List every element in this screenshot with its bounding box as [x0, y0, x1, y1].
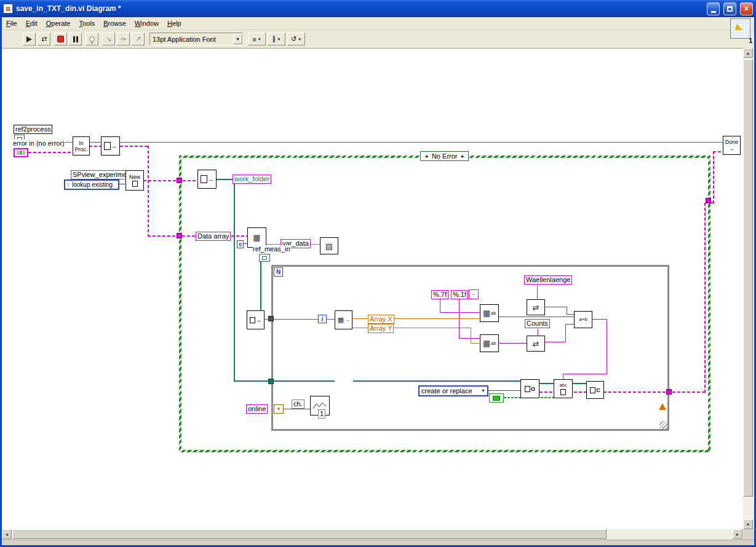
error-in-label[interactable]: error in (no error) — [13, 140, 65, 148]
horizontal-scroll-thumb[interactable] — [12, 529, 607, 539]
open-folder-node[interactable]: → — [197, 170, 217, 189]
distribute-objects-button[interactable]: ∥▼ — [268, 33, 285, 45]
step-out-button[interactable]: ↗ — [132, 33, 145, 45]
ref-meas-in-label[interactable]: ref_meas_in — [253, 245, 290, 253]
array-y-label[interactable]: Array Y — [368, 324, 394, 333]
ref2process-label[interactable]: ref2process — [14, 125, 52, 134]
window-title: save_in_TXT_din.vi Diagram * — [16, 4, 703, 13]
wire-data-vertical[interactable] — [148, 146, 149, 236]
highlight-execution-button[interactable] — [86, 33, 98, 45]
menu-tools[interactable]: Tools — [74, 18, 99, 28]
array-to-string-node-2[interactable]: ▦ab — [480, 334, 499, 352]
done-terminal[interactable]: Done → — [723, 136, 741, 155]
format-string-b[interactable]: %.1f — [451, 290, 468, 299]
horizontal-scrollbar[interactable]: ◄ ► — [2, 529, 743, 540]
font-selector[interactable]: 13pt Application Font ▼ — [149, 33, 243, 45]
maximize-icon — [727, 6, 733, 12]
abort-button[interactable] — [54, 33, 67, 45]
close-button[interactable]: × — [740, 2, 753, 15]
array-to-string-node-1[interactable]: ▦ab — [480, 304, 499, 322]
menu-window[interactable]: Window — [130, 18, 163, 28]
tunnel-loop-path[interactable] — [268, 379, 274, 384]
chart-icon — [312, 401, 327, 410]
pause-button[interactable] — [69, 33, 82, 45]
wire-error-in[interactable] — [28, 152, 73, 153]
number-to-string-node-2[interactable]: ⇄ — [527, 336, 545, 352]
done-label: Done — [725, 139, 739, 145]
wire-lookup-enum[interactable] — [119, 184, 125, 184]
create-dropdown-icon[interactable]: ▼ — [481, 387, 485, 395]
number-to-string-node-1[interactable]: ⇄ — [527, 299, 545, 315]
wire-error-up-outside[interactable] — [713, 151, 714, 203]
tunnel-error-out[interactable] — [706, 198, 711, 203]
case-next-arrow-icon[interactable]: ► — [460, 154, 465, 159]
waellenlaenge-label[interactable]: Waellenlaenge — [524, 275, 572, 285]
menu-file[interactable]: File — [2, 18, 22, 28]
wire-error-inproc-file[interactable] — [89, 146, 101, 147]
scroll-down-button[interactable]: ▼ — [743, 519, 753, 529]
online-ring[interactable]: ▼ — [274, 404, 284, 414]
wire-error-file-out[interactable] — [120, 146, 148, 147]
menu-help[interactable]: Help — [163, 18, 186, 28]
run-button[interactable] — [23, 33, 36, 45]
scroll-up-button[interactable]: ▲ — [743, 48, 753, 58]
tunnel-loop-error[interactable] — [666, 389, 672, 395]
tunnel-loop-index[interactable] — [268, 316, 274, 321]
format-string-a[interactable]: %.7f — [431, 290, 448, 299]
loop-conditional-icon[interactable] — [659, 403, 666, 410]
menu-operate[interactable]: Operate — [42, 18, 75, 28]
new-folder-subvi[interactable]: New — [125, 170, 144, 191]
vertical-scroll-thumb[interactable] — [743, 59, 753, 497]
boolean-constant[interactable] — [489, 393, 504, 403]
data-array-label[interactable]: Data array — [196, 232, 231, 241]
property-node[interactable]: ▨ — [320, 237, 338, 254]
loop-count-terminal[interactable]: N — [274, 267, 283, 277]
counts-label[interactable]: Counts — [525, 319, 550, 328]
work-folder-label[interactable]: work_folder — [233, 175, 271, 184]
string-constant-node[interactable]: ▫▫ — [469, 289, 479, 299]
online-label[interactable]: online — [246, 404, 268, 414]
vertical-scrollbar[interactable]: ▲ ▼ — [743, 48, 754, 529]
tunnel-data-array[interactable] — [177, 233, 182, 238]
zero-constant[interactable]: 0 — [237, 240, 244, 248]
case-selector[interactable]: ◄ No Error ► — [420, 151, 469, 161]
open-file-ref-node[interactable]: → — [101, 136, 120, 155]
menu-edit[interactable]: Edit — [22, 18, 42, 28]
in-proc-subvi[interactable]: In Proc. — [73, 136, 90, 155]
align-objects-button[interactable]: ≡▼ — [248, 33, 266, 45]
open-create-file-node[interactable]: O — [520, 379, 539, 398]
write-abc-glyph: abc — [560, 382, 567, 388]
tunnel-new-path[interactable] — [177, 178, 182, 183]
concatenate-strings-node[interactable]: a+b — [574, 311, 592, 328]
enum-updown-icon[interactable]: ↕ — [67, 181, 70, 189]
menu-browse[interactable]: Browse — [99, 18, 130, 28]
vi-icon[interactable] — [730, 18, 750, 39]
loop-resize-handle[interactable] — [659, 421, 667, 429]
diagram-canvas[interactable]: ◄ No Error ► N i ref2process error in (n… — [2, 48, 743, 529]
reorder-objects-button[interactable]: ↺▼ — [287, 33, 305, 45]
run-continuous-button[interactable]: ⇄ — [38, 33, 50, 45]
spview-experiment-label[interactable]: SPview_experiment — [71, 170, 134, 179]
channel-label[interactable]: ch. — [292, 399, 304, 409]
wire-refnum-top[interactable] — [25, 142, 723, 143]
step-into-button[interactable]: ↘ — [102, 33, 115, 45]
wire-error-to-done[interactable] — [713, 151, 723, 152]
close-file-node[interactable]: C — [586, 381, 604, 399]
case-prev-arrow-icon[interactable]: ◄ — [424, 154, 429, 159]
array-subset-node[interactable]: → — [247, 310, 265, 329]
create-or-replace-enum[interactable]: create or replace ▼ — [418, 385, 488, 396]
minimize-button[interactable] — [707, 2, 720, 15]
chart-number-constant[interactable]: 1 — [318, 409, 325, 419]
write-file-node[interactable]: abc — [554, 379, 573, 398]
font-dropdown-arrow-icon[interactable]: ▼ — [233, 34, 242, 44]
unbundle-node[interactable]: ▦→ — [335, 310, 352, 329]
step-over-button[interactable]: ⇒ — [117, 33, 130, 45]
loop-iteration-terminal[interactable]: i — [318, 315, 327, 323]
error-in-terminal[interactable] — [14, 148, 28, 157]
maximize-button[interactable] — [723, 2, 736, 15]
array-x-label[interactable]: Array X — [368, 315, 394, 324]
scroll-left-button[interactable]: ◄ — [2, 529, 12, 539]
lookup-existing-enum[interactable]: ↕ lookup existing — [64, 179, 119, 190]
scroll-right-button[interactable]: ► — [733, 529, 742, 539]
ref-meas-in-terminal[interactable] — [259, 254, 270, 262]
